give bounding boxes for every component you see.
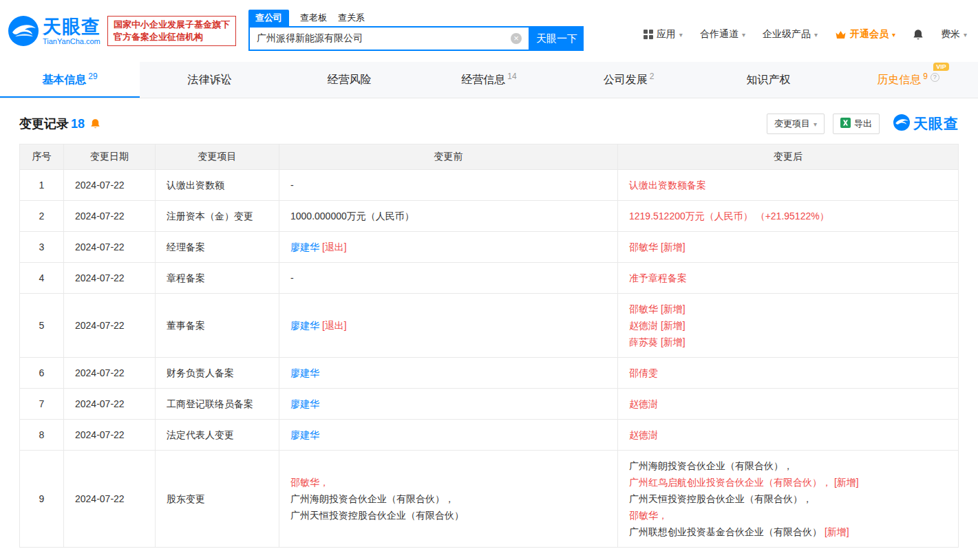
- change-tag: [新增]: [661, 336, 685, 347]
- change-tag: [新增]: [834, 477, 859, 488]
- search-row: × 天眼一下: [248, 26, 584, 51]
- certification-badge-line2: 官方备案企业征信机构: [114, 31, 230, 43]
- change-before-cell: -: [279, 263, 618, 294]
- tab-basic-info[interactable]: 基本信息29: [0, 62, 140, 98]
- chevron-down-icon: ▾: [814, 120, 817, 128]
- change-item-cell: 董事备案: [156, 294, 279, 358]
- cell-line: 1000.000000万元（人民币）: [290, 208, 606, 224]
- entity-link[interactable]: 赵德澍: [629, 320, 661, 331]
- column-header-0: 序号: [20, 144, 64, 170]
- entity-link[interactable]: 广州红鸟启航创业投资合伙企业（有限合伙），: [629, 477, 834, 488]
- search-tab-relation[interactable]: 查关系: [338, 10, 365, 26]
- entity-link[interactable]: 廖建华: [290, 398, 319, 409]
- tianyancha-logo[interactable]: 天眼查 TianYanCha.com: [8, 16, 100, 46]
- tab-intellectual-property[interactable]: 知识产权: [699, 62, 838, 98]
- tab-company-development[interactable]: 公司发展2: [559, 62, 699, 98]
- logo-text: 天眼查 TianYanCha.com: [43, 17, 100, 45]
- filter-button[interactable]: 变更项目 ▾: [767, 114, 825, 134]
- table-row: 52024-07-22董事备案廖建华 [退出]邵敏华 [新增]赵德澍 [新增]薛…: [20, 294, 959, 358]
- entity-link[interactable]: 广州联想创业投资基金合伙企业（有限合伙）: [629, 526, 825, 537]
- menu-membership[interactable]: 开通会员▾: [835, 28, 895, 41]
- row-number-cell: 4: [20, 263, 64, 294]
- export-button[interactable]: 导出: [833, 114, 880, 134]
- entity-link[interactable]: 廖建华: [290, 367, 319, 378]
- entity-link[interactable]: 廖建华: [290, 429, 319, 440]
- cell-line: 赵德澍 [新增]: [629, 317, 947, 334]
- tab-business-risk[interactable]: 经营风险: [279, 62, 419, 98]
- row-number-cell: 1: [20, 170, 64, 201]
- change-tag: [新增]: [661, 320, 685, 331]
- apps-grid-icon: [644, 30, 653, 39]
- change-item-cell: 章程备案: [156, 263, 279, 294]
- row-number-cell: 9: [20, 451, 64, 548]
- crown-icon: [835, 30, 847, 39]
- change-item-cell: 股东变更: [156, 451, 279, 548]
- subscribe-bell-icon[interactable]: [90, 118, 100, 129]
- cell-line: 广州天恒投资控股合伙企业（有限合伙），: [629, 491, 947, 507]
- cell-line: 邵敏华 [新增]: [629, 301, 947, 317]
- change-records-table: 序号变更日期变更项目变更前变更后 12024-07-22认缴出资数额-认缴出资数…: [19, 144, 959, 548]
- entity-link[interactable]: 广州海朗投资合伙企业（有限合伙），: [629, 460, 793, 471]
- entity-link[interactable]: 赵德澍: [629, 398, 658, 409]
- search-tab-company[interactable]: 查公司: [248, 10, 289, 26]
- header-menu: 应用▾合作通道▾企业级产品▾开通会员▾费米▾: [644, 28, 967, 41]
- search-area: 查公司查老板查关系 × 天眼一下: [248, 0, 584, 51]
- tab-count: 14: [507, 72, 516, 81]
- change-date-cell: 2024-07-22: [64, 358, 156, 389]
- company-section-tabs: 基本信息29法律诉讼经营风险经营信息14公司发展2知识产权历史信息9VIP?: [0, 62, 978, 98]
- table-row: 92024-07-22股东变更邵敏华，广州海朗投资合伙企业（有限合伙），广州天恒…: [20, 451, 959, 548]
- entity-link[interactable]: 赵德澍: [629, 429, 658, 440]
- clear-search-icon[interactable]: ×: [511, 33, 522, 44]
- menu-user[interactable]: 费米▾: [941, 28, 967, 41]
- entity-link[interactable]: 广州天恒投资控股合伙企业（有限合伙）: [290, 510, 464, 521]
- change-tag: [新增]: [661, 241, 685, 252]
- tab-label: 法律诉讼: [188, 73, 232, 87]
- change-before-cell: -: [279, 170, 618, 201]
- cell-line: 廖建华: [290, 396, 606, 412]
- entity-link[interactable]: 廖建华: [290, 320, 322, 331]
- cell-text: -: [290, 272, 294, 283]
- menu-enterprise-products[interactable]: 企业级产品▾: [763, 28, 818, 41]
- change-date-cell: 2024-07-22: [64, 201, 156, 232]
- cell-line: 廖建华 [退出]: [290, 239, 606, 255]
- change-after-cell: 邵倩雯: [618, 358, 959, 389]
- entity-link[interactable]: 邵倩雯: [629, 367, 658, 378]
- search-button[interactable]: 天眼一下: [530, 26, 584, 51]
- search-tab-boss[interactable]: 查老板: [300, 10, 327, 26]
- change-date-cell: 2024-07-22: [64, 263, 156, 294]
- change-before-cell: 廖建华 [退出]: [279, 294, 618, 358]
- menu-enterprise-products-label: 企业级产品: [763, 28, 811, 41]
- tab-history-info-inner: 历史信息9VIP?: [877, 73, 939, 87]
- menu-cooperation[interactable]: 合作通道▾: [700, 28, 745, 41]
- cell-line: 廖建华: [290, 427, 606, 443]
- menu-apps[interactable]: 应用▾: [644, 28, 683, 41]
- entity-link[interactable]: 邵敏华: [629, 241, 661, 252]
- change-tag: [新增]: [825, 526, 849, 537]
- excel-icon: [840, 118, 851, 130]
- entity-link[interactable]: 邵敏华，: [290, 477, 329, 488]
- row-number-cell: 6: [20, 358, 64, 389]
- filter-button-label: 变更项目: [774, 118, 810, 130]
- tab-business-info[interactable]: 经营信息14: [419, 62, 559, 98]
- tab-history-info[interactable]: 历史信息9VIP?: [838, 62, 978, 98]
- change-after-cell: 广州海朗投资合伙企业（有限合伙），广州红鸟启航创业投资合伙企业（有限合伙）， […: [618, 451, 959, 548]
- menu-notifications[interactable]: [913, 29, 924, 41]
- change-date-cell: 2024-07-22: [64, 420, 156, 451]
- change-date-cell: 2024-07-22: [64, 232, 156, 263]
- tab-label: 知识产权: [747, 73, 791, 87]
- cell-line: 赵德澍: [629, 427, 947, 443]
- cell-line: 广州红鸟启航创业投资合伙企业（有限合伙）， [新增]: [629, 474, 947, 491]
- tab-intellectual-property-inner: 知识产权: [747, 73, 791, 87]
- cell-text: 1219.512200万元（人民币） （+21.95122%）: [629, 211, 829, 222]
- change-after-cell: 邵敏华 [新增]赵德澍 [新增]薛苏葵 [新增]: [618, 294, 959, 358]
- entity-link[interactable]: 邵敏华: [629, 303, 661, 314]
- entity-link[interactable]: 广州天恒投资控股合伙企业（有限合伙），: [629, 493, 812, 504]
- entity-link[interactable]: 邵敏华，: [629, 510, 668, 521]
- entity-link[interactable]: 薛苏葵: [629, 336, 661, 347]
- entity-link[interactable]: 廖建华: [290, 241, 322, 252]
- search-box: ×: [248, 26, 530, 51]
- entity-link[interactable]: 广州海朗投资合伙企业（有限合伙），: [290, 493, 454, 504]
- tab-legal-litigation[interactable]: 法律诉讼: [140, 62, 279, 98]
- search-input[interactable]: [250, 33, 511, 44]
- column-header-1: 变更日期: [64, 144, 156, 170]
